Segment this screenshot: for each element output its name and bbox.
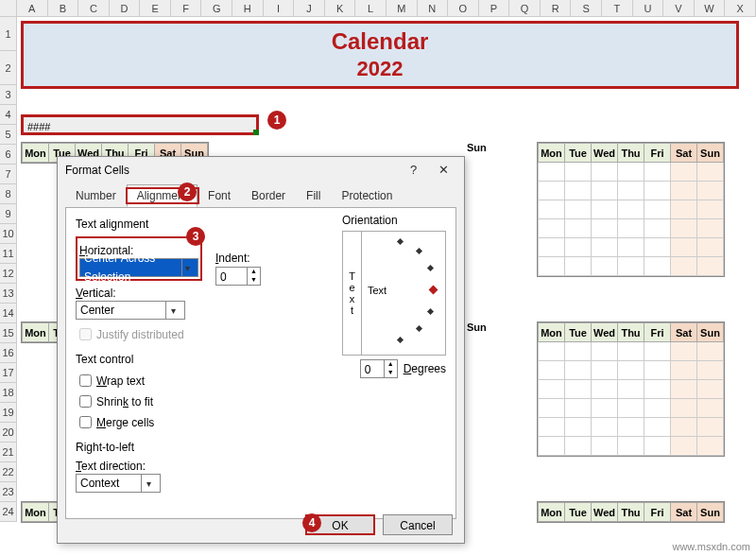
calendar-cell[interactable]: [697, 257, 724, 276]
row-header[interactable]: 14: [0, 304, 17, 323]
calendar-cell[interactable]: [697, 418, 724, 437]
calendar-cell[interactable]: [618, 219, 644, 238]
spin-down-icon[interactable]: ▼: [247, 276, 260, 285]
row-header[interactable]: 24: [0, 502, 17, 522]
calendar-month-block[interactable]: MonTueWedThuFriSatSun: [537, 501, 725, 523]
calendar-title-banner[interactable]: Calendar 2022: [21, 21, 739, 89]
checkbox-icon[interactable]: [79, 416, 92, 428]
fill-handle-icon[interactable]: [253, 130, 259, 135]
indent-spinner[interactable]: 0 ▲▼: [215, 267, 261, 286]
col-header[interactable]: U: [633, 0, 664, 16]
calendar-cell[interactable]: [618, 437, 644, 456]
calendar-cell[interactable]: [539, 437, 565, 456]
row-header[interactable]: 9: [0, 204, 17, 224]
calendar-cell[interactable]: [565, 342, 592, 361]
col-header[interactable]: T: [602, 0, 633, 16]
calendar-cell[interactable]: [565, 238, 592, 257]
col-header[interactable]: N: [418, 0, 449, 16]
col-header[interactable]: H: [232, 0, 264, 16]
row-header[interactable]: 7: [0, 165, 17, 184]
calendar-cell[interactable]: [565, 200, 592, 219]
calendar-cell[interactable]: [644, 257, 671, 276]
calendar-cell[interactable]: [671, 342, 697, 361]
col-header[interactable]: D: [110, 0, 141, 16]
calendar-cell[interactable]: [565, 380, 592, 399]
calendar-cell[interactable]: [565, 257, 592, 276]
calendar-month-block[interactable]: MonTueWedThuFriSatSun: [537, 142, 725, 277]
calendar-cell[interactable]: [565, 418, 592, 437]
calendar-cell[interactable]: [644, 380, 671, 399]
col-header[interactable]: G: [201, 0, 232, 16]
calendar-cell[interactable]: [539, 182, 565, 200]
calendar-cell[interactable]: [592, 200, 618, 219]
row-header[interactable]: 3: [0, 85, 17, 105]
row-header[interactable]: 8: [0, 184, 17, 204]
calendar-cell[interactable]: [618, 238, 644, 257]
col-header[interactable]: K: [325, 0, 356, 16]
calendar-cell[interactable]: [671, 418, 697, 437]
spin-down-icon[interactable]: ▼: [384, 369, 397, 377]
row-header[interactable]: 22: [0, 462, 17, 482]
text-direction-select[interactable]: Context▾: [76, 474, 446, 493]
calendar-cell[interactable]: [539, 342, 565, 361]
tab-fill[interactable]: Fill: [296, 184, 331, 207]
calendar-cell[interactable]: [618, 163, 644, 182]
spin-up-icon[interactable]: ▲: [247, 268, 260, 276]
spin-up-icon[interactable]: ▲: [384, 360, 397, 369]
close-icon[interactable]: ✕: [430, 163, 456, 177]
calendar-cell[interactable]: [697, 182, 724, 200]
calendar-cell[interactable]: [671, 163, 697, 182]
calendar-cell[interactable]: [644, 361, 671, 380]
calendar-cell[interactable]: [565, 361, 592, 380]
calendar-cell[interactable]: [592, 182, 618, 200]
calendar-cell[interactable]: [671, 219, 697, 238]
calendar-cell[interactable]: [697, 219, 724, 238]
col-header[interactable]: I: [264, 0, 295, 16]
calendar-month-block[interactable]: MonTueWedThuFriSatSun: [537, 321, 725, 457]
calendar-cell[interactable]: [697, 399, 724, 418]
calendar-cell[interactable]: [618, 182, 644, 200]
calendar-cell[interactable]: [618, 380, 644, 399]
calendar-cell[interactable]: [592, 361, 618, 380]
col-header[interactable]: O: [448, 0, 479, 16]
orientation-control[interactable]: Text Text: [342, 231, 446, 356]
row-header[interactable]: 10: [0, 224, 17, 244]
calendar-cell[interactable]: [697, 238, 724, 257]
calendar-cell[interactable]: [644, 200, 671, 219]
calendar-cell[interactable]: [592, 399, 618, 418]
calendar-cell[interactable]: [539, 418, 565, 437]
calendar-cell[interactable]: [565, 182, 592, 200]
horizontal-select[interactable]: Center Across Selection▾: [79, 258, 198, 277]
calendar-cell[interactable]: [697, 342, 724, 361]
calendar-cell[interactable]: [644, 418, 671, 437]
calendar-cell[interactable]: [697, 163, 724, 182]
calendar-cell[interactable]: [592, 437, 618, 456]
calendar-cell[interactable]: [618, 257, 644, 276]
calendar-cell[interactable]: [644, 163, 671, 182]
row-header[interactable]: 2: [0, 51, 17, 85]
col-header[interactable]: V: [663, 0, 695, 16]
col-header[interactable]: A: [17, 0, 48, 16]
calendar-cell[interactable]: [565, 437, 592, 456]
col-header[interactable]: C: [78, 0, 110, 16]
calendar-cell[interactable]: [697, 380, 724, 399]
col-header[interactable]: S: [571, 0, 602, 16]
row-header[interactable]: 6: [0, 145, 17, 165]
col-header[interactable]: X: [725, 0, 756, 16]
col-header[interactable]: M: [387, 0, 418, 16]
row-header[interactable]: 17: [0, 363, 17, 383]
calendar-cell[interactable]: [539, 200, 565, 219]
calendar-cell[interactable]: [671, 257, 697, 276]
calendar-cell[interactable]: [592, 238, 618, 257]
calendar-cell[interactable]: [644, 238, 671, 257]
calendar-cell[interactable]: [671, 437, 697, 456]
calendar-cell[interactable]: [539, 380, 565, 399]
col-header[interactable]: F: [171, 0, 202, 16]
col-header[interactable]: B: [48, 0, 79, 16]
calendar-cell[interactable]: [539, 361, 565, 380]
calendar-cell[interactable]: [618, 200, 644, 219]
help-icon[interactable]: ?: [401, 163, 427, 177]
select-all-corner[interactable]: [0, 0, 17, 16]
calendar-cell[interactable]: [671, 399, 697, 418]
col-header[interactable]: P: [479, 0, 510, 16]
